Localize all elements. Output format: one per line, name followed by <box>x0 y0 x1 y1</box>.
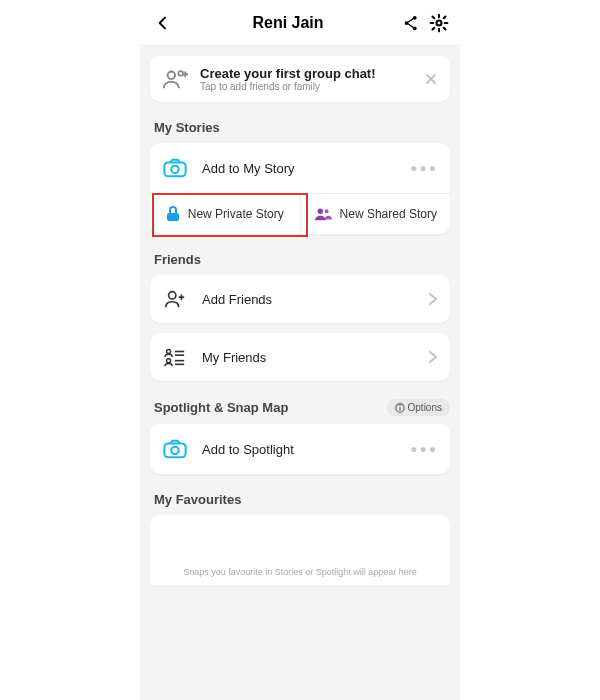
chevron-right-icon <box>428 292 438 306</box>
share-button[interactable] <box>400 12 422 34</box>
story-type-row: New Private Story New Shared Story <box>150 193 450 234</box>
svg-rect-27 <box>164 443 185 457</box>
gear-icon <box>429 13 449 33</box>
favourites-empty-card: Snaps you favourite in Stories or Spotli… <box>150 515 450 585</box>
svg-point-14 <box>324 209 328 213</box>
add-to-spotlight-card[interactable]: Add to Spotlight ●●● <box>150 424 450 474</box>
my-friends-label: My Friends <box>202 350 414 365</box>
add-to-spotlight-label: Add to Spotlight <box>202 442 396 457</box>
svg-point-11 <box>171 166 178 173</box>
svg-point-28 <box>171 447 178 454</box>
chevron-left-icon <box>155 15 171 31</box>
story-more-button[interactable]: ●●● <box>410 161 438 175</box>
settings-button[interactable] <box>428 12 450 34</box>
add-friend-icon <box>162 289 188 309</box>
section-title-friends: Friends <box>140 234 460 275</box>
close-icon <box>424 72 438 86</box>
svg-point-18 <box>167 349 171 353</box>
banner-close-button[interactable] <box>424 72 438 86</box>
banner-title: Create your first group chat! <box>200 66 414 81</box>
add-to-my-story-row[interactable]: Add to My Story ●●● <box>150 143 450 193</box>
svg-point-6 <box>168 72 175 79</box>
new-shared-story-button[interactable]: New Shared Story <box>300 194 451 234</box>
svg-rect-10 <box>164 162 185 176</box>
add-to-my-story-label: Add to My Story <box>202 161 396 176</box>
section-title-favourites: My Favourites <box>140 474 460 515</box>
svg-point-15 <box>169 292 176 299</box>
favourites-empty-text: Snaps you favourite in Stories or Spotli… <box>183 567 417 577</box>
new-private-story-button[interactable]: New Private Story <box>150 194 300 234</box>
svg-point-5 <box>437 20 442 25</box>
camera-icon <box>162 438 188 460</box>
svg-rect-12 <box>167 213 179 221</box>
section-title-spotlight: Spotlight & Snap Map <box>154 400 288 415</box>
header-actions <box>400 12 450 34</box>
header-bar: Reni Jain <box>140 0 460 46</box>
spotlight-more-button[interactable]: ●●● <box>410 442 438 456</box>
section-title-stories: My Stories <box>140 102 460 143</box>
svg-point-13 <box>317 209 322 214</box>
share-icon <box>402 14 420 32</box>
new-private-story-label: New Private Story <box>188 207 284 221</box>
page-title: Reni Jain <box>176 14 400 32</box>
options-label: Options <box>408 402 442 413</box>
chevron-right-icon <box>428 350 438 364</box>
add-friends-card[interactable]: Add Friends <box>150 275 450 323</box>
svg-point-26 <box>399 405 400 406</box>
lock-icon <box>166 206 180 222</box>
banner-texts: Create your first group chat! Tap to add… <box>200 66 414 92</box>
svg-point-7 <box>178 71 183 76</box>
my-friends-card[interactable]: My Friends <box>150 333 450 381</box>
svg-line-4 <box>408 23 413 27</box>
add-group-icon <box>162 67 190 91</box>
people-icon <box>314 207 332 221</box>
svg-line-3 <box>408 18 413 22</box>
info-icon <box>395 403 405 413</box>
spotlight-options-button[interactable]: Options <box>387 399 450 416</box>
group-chat-banner[interactable]: Create your first group chat! Tap to add… <box>150 56 450 102</box>
friends-list-icon <box>162 347 188 367</box>
camera-icon <box>162 157 188 179</box>
add-friends-label: Add Friends <box>202 292 414 307</box>
phone-screen: Reni Jain <box>140 0 460 700</box>
back-button[interactable] <box>150 12 176 34</box>
stories-card: Add to My Story ●●● New Private Story Ne… <box>150 143 450 234</box>
new-shared-story-label: New Shared Story <box>340 207 437 221</box>
section-header-spotlight: Spotlight & Snap Map Options <box>140 381 460 424</box>
banner-subtitle: Tap to add friends or family <box>200 81 414 92</box>
svg-point-19 <box>167 359 171 363</box>
